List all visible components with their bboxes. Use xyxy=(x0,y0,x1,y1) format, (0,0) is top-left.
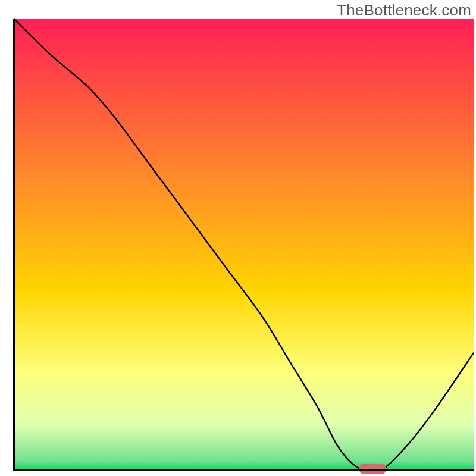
watermark-label: TheBottleneck.com xyxy=(337,1,471,20)
plot-background xyxy=(14,19,474,470)
chart-stage: TheBottleneck.com xyxy=(0,0,476,476)
bottleneck-chart xyxy=(0,0,476,476)
